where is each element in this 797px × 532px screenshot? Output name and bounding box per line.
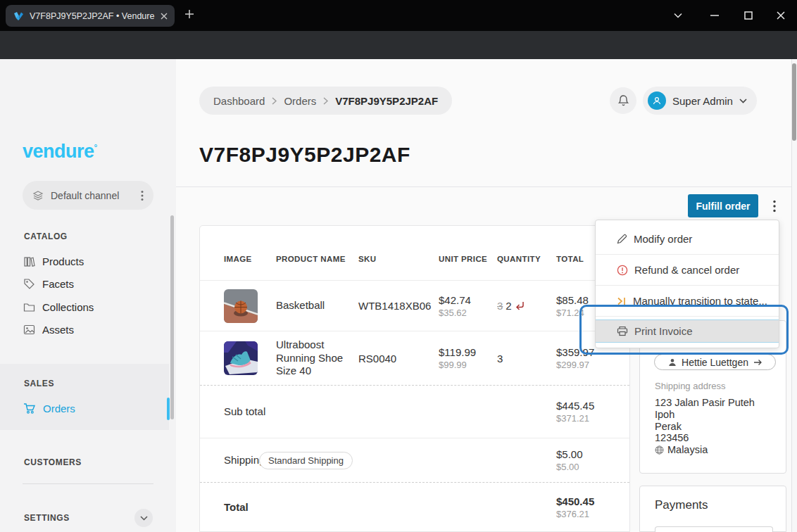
product-sku: RS0040 xyxy=(358,353,439,365)
page-scrollbar-thumb[interactable] xyxy=(792,63,796,141)
tag-icon xyxy=(23,278,35,290)
product-sku: WTB1418XB06 xyxy=(358,300,439,312)
customer-name: Hettie Luettgen xyxy=(682,357,748,368)
user-menu[interactable]: Super Admin xyxy=(643,87,757,115)
notifications-button[interactable] xyxy=(610,87,636,114)
breadcrumb-dashboard[interactable]: Dashboard xyxy=(213,95,265,107)
total-row: Total $450.45$376.21 xyxy=(200,483,629,532)
menu-item-print-invoice[interactable]: Print Invoice xyxy=(596,319,779,343)
arrow-right-icon xyxy=(753,359,762,366)
total-label: Total xyxy=(224,500,273,514)
sidebar-divider xyxy=(23,483,153,484)
menu-item-modify-order[interactable]: Modify order xyxy=(596,224,779,254)
layers-icon xyxy=(32,190,44,201)
address-line1: 123 Jalan Pasir Puteh xyxy=(655,397,755,409)
header-divider xyxy=(176,186,791,187)
unit-price: $42.74 xyxy=(439,294,497,306)
page-title: V7F8PJ9Y5P2JP2AF xyxy=(199,143,410,167)
globe-icon xyxy=(655,445,664,455)
tab-close-icon[interactable] xyxy=(161,13,168,20)
col-header-image: IMAGE xyxy=(224,255,276,263)
menu-divider xyxy=(596,316,779,317)
folder-icon xyxy=(23,301,35,313)
shipping-address: 123 Jalan Pasir Puteh Ipoh Perak 123456 … xyxy=(655,397,755,456)
total-value: $450.45 xyxy=(556,495,629,507)
channel-more-icon[interactable] xyxy=(141,190,144,201)
table-header-row: IMAGE PRODUCT NAME SKU UNIT PRICE QUANTI… xyxy=(200,226,629,281)
channel-selector[interactable]: Default channel xyxy=(23,181,153,210)
col-header-unit-price: UNIT PRICE xyxy=(439,255,497,263)
sidebar-item-label: Orders xyxy=(43,403,75,414)
image-icon xyxy=(23,324,35,336)
vendure-logo: vendure° xyxy=(23,141,97,163)
browser-tab-bar: V7F8PJ9Y5P2JP2AF • Vendure xyxy=(0,0,797,31)
breadcrumb: Dashboard Orders V7F8PJ9Y5P2JP2AF xyxy=(199,87,452,115)
address-country: Malaysia xyxy=(667,444,708,456)
breadcrumb-current: V7F8PJ9Y5P2JP2AF xyxy=(335,95,438,107)
product-image-shoe xyxy=(224,341,258,375)
address-postal: 123456 xyxy=(655,432,755,444)
sidebar-item-label: Products xyxy=(42,255,84,267)
window-close-button[interactable] xyxy=(770,6,791,25)
sidebar: vendure° Default channel CATALOG Product… xyxy=(0,59,176,532)
address-city: Ipoh xyxy=(655,409,755,421)
sidebar-item-orders[interactable]: Orders xyxy=(0,397,169,419)
address-state: Perak xyxy=(655,421,755,433)
col-header-product: PRODUCT NAME xyxy=(276,255,358,263)
sidebar-item-label: Assets xyxy=(42,324,74,336)
settings-collapse-button[interactable] xyxy=(134,509,153,527)
shipping-method-badge: Standard Shipping xyxy=(259,452,353,469)
sidebar-item-facets[interactable]: Facets xyxy=(0,272,169,295)
sidebar-item-products[interactable]: Products xyxy=(0,250,169,272)
shipping-value: $5.00 xyxy=(556,448,629,460)
breadcrumb-orders[interactable]: Orders xyxy=(284,95,316,107)
product-name: Ultraboost Running Shoe Size 40 xyxy=(276,338,358,378)
order-actions-menu: Modify order Refund & cancel order Manua… xyxy=(595,220,779,348)
transition-state-icon xyxy=(617,296,627,306)
window-chevron-icon[interactable] xyxy=(667,6,689,25)
subtotal-net: $371.21 xyxy=(556,413,629,424)
col-header-sku: SKU xyxy=(358,255,439,263)
fulfill-order-button[interactable]: Fulfill order xyxy=(688,194,758,217)
menu-item-manually-transition[interactable]: Manually transition to state... xyxy=(596,286,779,316)
quantity: 2 xyxy=(506,300,511,312)
screen: V7F8PJ9Y5P2JP2AF • Vendure xyxy=(0,0,797,532)
window-maximize-button[interactable] xyxy=(738,6,759,25)
subtotal-row: Sub total $445.45$371.21 xyxy=(200,386,629,438)
window-minimize-button[interactable] xyxy=(704,6,725,25)
quantity-old: 3 xyxy=(497,300,503,312)
shipping-row: Shipping Standard Shipping $5.00$5.00 xyxy=(200,438,629,483)
subtotal-value: $445.45 xyxy=(556,400,629,412)
menu-item-refund-cancel-order[interactable]: Refund & cancel order xyxy=(596,255,779,285)
order-lines-table: IMAGE PRODUCT NAME SKU UNIT PRICE QUANTI… xyxy=(199,225,630,532)
printer-icon xyxy=(617,326,628,336)
total-net: $376.21 xyxy=(556,509,629,519)
table-row: Basketball WTB1418XB06 $42.74$35.62 3 2 … xyxy=(200,281,629,331)
sidebar-item-label: Collections xyxy=(42,301,94,313)
person-icon xyxy=(668,358,677,367)
customers-heading: CUSTOMERS xyxy=(24,457,82,467)
user-name: Super Admin xyxy=(672,95,733,107)
alert-circle-icon xyxy=(617,265,628,276)
quantity-modified-icon xyxy=(515,301,525,310)
customer-link-button[interactable]: Hettie Luettgen xyxy=(654,354,776,370)
chevron-right-icon xyxy=(323,97,328,105)
new-tab-button[interactable] xyxy=(184,9,194,19)
pencil-icon xyxy=(617,234,627,244)
avatar xyxy=(648,91,666,110)
tab-title: V7F8PJ9Y5P2JP2AF • Vendure xyxy=(30,11,155,21)
table-row: Ultraboost Running Shoe Size 40 RS0040 $… xyxy=(200,331,629,386)
sidebar-item-collections[interactable]: Collections xyxy=(0,296,169,318)
browser-toolbar: localhost:3000/admin/orders/3 xyxy=(0,31,797,59)
unit-price: $119.99 xyxy=(439,346,497,358)
browser-tab[interactable]: V7F8PJ9Y5P2JP2AF • Vendure xyxy=(6,5,175,27)
sidebar-item-assets[interactable]: Assets xyxy=(0,318,169,341)
chevron-right-icon xyxy=(272,97,277,105)
bell-icon xyxy=(617,94,629,107)
col-header-quantity: QUANTITY xyxy=(497,255,556,263)
sidebar-scrollbar[interactable] xyxy=(170,215,174,419)
quantity: 3 xyxy=(497,353,556,365)
unit-price-net: $99.99 xyxy=(439,360,497,370)
payments-inner-box xyxy=(655,526,773,532)
order-actions-kebab-button[interactable] xyxy=(766,196,783,217)
